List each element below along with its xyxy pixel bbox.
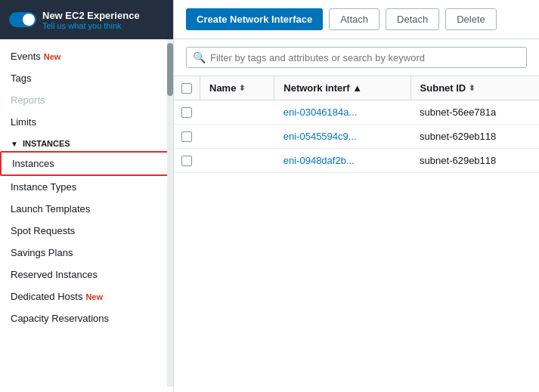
th-checkbox — [174, 76, 200, 100]
sidebar-header: New EC2 Experience Tell us what you thin… — [0, 0, 173, 39]
delete-button[interactable]: Delete — [445, 8, 497, 30]
attach-button[interactable]: Attach — [329, 8, 379, 30]
sidebar-header-subtitle[interactable]: Tell us what you think — [42, 21, 140, 30]
th-network-interface[interactable]: Network interf ▲ — [274, 76, 410, 100]
main-content: Create Network Interface Attach Detach D… — [174, 0, 539, 392]
sidebar-item-tags[interactable]: Tags — [0, 67, 173, 89]
sidebar-scroll: Events New Tags Reports Limits ▼ INSTANC… — [0, 39, 173, 392]
sidebar-item-tags-label: Tags — [11, 73, 31, 84]
search-icon: 🔍 — [193, 51, 206, 63]
sidebar-item-spot-requests[interactable]: Spot Requests — [0, 220, 173, 242]
row-1-name — [200, 100, 274, 125]
instances-section-label: INSTANCES — [23, 139, 70, 148]
toolbar: Create Network Interface Attach Detach D… — [174, 0, 539, 39]
instances-chevron-icon: ▼ — [11, 140, 18, 148]
row-2-checkbox-cell — [174, 125, 200, 149]
search-bar-container: 🔍 — [174, 39, 539, 76]
sidebar-item-limits-label: Limits — [11, 116, 36, 128]
sidebar-item-dedicated-hosts[interactable]: Dedicated Hosts New — [0, 286, 173, 307]
row-3-network-interface-link[interactable]: eni-0948daf2b... — [283, 155, 355, 166]
sidebar-item-instance-types-label: Instance Types — [11, 181, 76, 193]
row-1-checkbox-cell — [174, 100, 200, 125]
table-container: Name ⬍ Network interf ▲ Subnet ID — [174, 76, 539, 392]
row-3-checkbox-cell — [174, 149, 200, 173]
table-row: eni-0948daf2b... subnet-629eb118 — [174, 149, 539, 173]
create-network-interface-button[interactable]: Create Network Interface — [186, 8, 323, 30]
row-2-name — [200, 125, 274, 149]
row-3-checkbox[interactable] — [181, 156, 192, 166]
search-bar: 🔍 — [186, 47, 527, 68]
th-name-label: Name — [209, 82, 236, 94]
sidebar-header-title: New EC2 Experience — [42, 10, 140, 21]
dedicated-hosts-badge: New — [85, 292, 103, 301]
sidebar-item-instances[interactable]: Instances — [0, 151, 173, 176]
instances-section-header: ▼ INSTANCES — [0, 133, 173, 151]
row-1-network-interface-link[interactable]: eni-03046184a... — [283, 106, 358, 118]
sidebar-item-events[interactable]: Events New — [0, 45, 173, 67]
sidebar-item-limits[interactable]: Limits — [0, 111, 173, 133]
row-3-name — [200, 149, 274, 173]
sidebar-item-dedicated-hosts-label: Dedicated Hosts — [11, 291, 82, 302]
row-3-subnet-id: subnet-629eb118 — [410, 149, 539, 173]
th-name[interactable]: Name ⬍ — [200, 76, 274, 100]
th-subnet-id[interactable]: Subnet ID ⬍ — [410, 76, 539, 100]
row-1-checkbox[interactable] — [181, 107, 192, 118]
sidebar-item-savings-plans[interactable]: Savings Plans — [0, 242, 173, 264]
sidebar: New EC2 Experience Tell us what you thin… — [0, 0, 174, 392]
th-subnet-id-sort-icon: ⬍ — [469, 84, 475, 92]
row-1-network-interface: eni-03046184a... — [274, 100, 410, 125]
table-header-row: Name ⬍ Network interf ▲ Subnet ID — [174, 76, 539, 100]
select-all-checkbox[interactable] — [181, 83, 192, 94]
sidebar-item-launch-templates[interactable]: Launch Templates — [0, 198, 173, 220]
sidebar-item-reserved-instances[interactable]: Reserved Instances — [0, 264, 173, 286]
row-2-checkbox[interactable] — [181, 131, 192, 142]
sidebar-item-capacity-reservations-label: Capacity Reservations — [11, 313, 109, 324]
sidebar-collapse-arrow[interactable]: ◀ — [173, 187, 174, 205]
sidebar-item-capacity-reservations[interactable]: Capacity Reservations — [0, 307, 173, 329]
events-badge: New — [44, 52, 61, 61]
row-3-network-interface: eni-0948daf2b... — [274, 149, 410, 173]
sidebar-item-launch-templates-label: Launch Templates — [11, 203, 90, 215]
table-row: eni-03046184a... subnet-56ee781a — [174, 100, 539, 125]
th-subnet-id-label: Subnet ID — [420, 82, 466, 94]
sidebar-item-instances-label: Instances — [12, 158, 54, 169]
row-2-network-interface-link[interactable]: eni-0545594c9... — [283, 131, 357, 142]
table-body: eni-03046184a... subnet-56ee781a eni-054… — [174, 100, 539, 173]
search-input[interactable] — [210, 52, 520, 63]
row-2-subnet-id: subnet-629eb118 — [410, 125, 539, 149]
sidebar-item-events-label: Events — [11, 51, 41, 62]
sidebar-item-reports: Reports — [0, 89, 173, 111]
detach-button[interactable]: Detach — [386, 8, 439, 30]
sidebar-item-reserved-instances-label: Reserved Instances — [11, 269, 98, 280]
sidebar-item-reports-label: Reports — [11, 94, 45, 106]
th-network-interface-label: Network interf ▲ — [283, 82, 362, 94]
sidebar-item-savings-plans-label: Savings Plans — [11, 247, 73, 258]
table-row: eni-0545594c9... subnet-629eb118 — [174, 125, 539, 149]
network-interfaces-table: Name ⬍ Network interf ▲ Subnet ID — [174, 76, 539, 173]
sidebar-item-instance-types[interactable]: Instance Types — [0, 176, 173, 198]
th-name-sort-icon: ⬍ — [239, 84, 245, 92]
sidebar-item-spot-requests-label: Spot Requests — [11, 225, 75, 236]
new-experience-toggle[interactable] — [9, 12, 36, 27]
row-2-network-interface: eni-0545594c9... — [274, 125, 410, 149]
row-1-subnet-id: subnet-56ee781a — [410, 100, 539, 125]
